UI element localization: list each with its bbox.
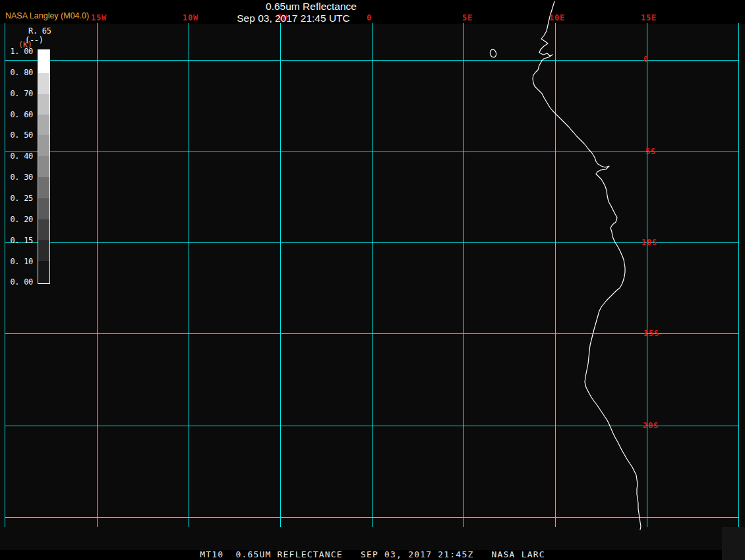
colorbar-segment (38, 135, 49, 156)
colorbar-tick-label: 0. 70 (0, 90, 33, 98)
colorbar-tick-label: 0. 00 (0, 278, 33, 286)
colorbar-tick-label: 0. 40 (0, 152, 33, 160)
colorbar-tick-label: 0. 20 (0, 215, 33, 223)
colorbar-tick-label: 0. 10 (0, 258, 33, 266)
colorbar-segment (38, 73, 49, 94)
colorbar-tick-label: 0. 60 (0, 111, 33, 119)
longitude-label: 0 (367, 14, 372, 22)
colorbar-tick-label: 0. 80 (0, 69, 33, 76)
colorbar-segment (38, 240, 49, 261)
colorbar-tick-label: 0. 15 (0, 237, 33, 244)
latitude-label: 20S (643, 422, 659, 430)
colorbar-segment (38, 156, 49, 177)
colorbar-tick-label: 0. 25 (0, 194, 33, 202)
colorbar-segment (38, 115, 49, 135)
colorbar-segment (38, 261, 49, 283)
longitude-label: 10E (549, 14, 565, 22)
colorbar-scale (38, 49, 50, 284)
brand-label: NASA Langley (M04.0) (5, 11, 89, 20)
satellite-image-viewer: 15W10W5W05E10E15E 05S10S15S20S NASA Lang… (0, 0, 745, 560)
status-bar: MT10 0.65UM REFLECTANCE SEP 03, 2017 21:… (0, 549, 745, 559)
colorbar-tick-label: 0. 50 (0, 131, 33, 139)
longitude-label: 15W (91, 14, 107, 22)
page-title: 0.65um Reflectance (266, 1, 357, 13)
map-overlay (0, 0, 745, 560)
island-outline (489, 49, 497, 58)
colorbar-tick-label: 1. 00 (0, 47, 33, 55)
colorbar-tick-label: 0. 30 (0, 173, 33, 181)
datetime-label: Sep 03, 2017 21:45 UTC (237, 13, 349, 24)
colorbar-product-label: R. 65 (28, 27, 51, 35)
colorbar-segment (38, 177, 49, 198)
longitude-label: 15E (641, 14, 657, 22)
colorbar-segment (38, 198, 49, 219)
latlon-grid (5, 23, 739, 527)
latitude-label: 0 (643, 56, 649, 63)
colorbar-segment (38, 94, 49, 115)
latitude-label: 10S (641, 239, 657, 246)
latitude-label: 15S (643, 330, 659, 337)
colorbar-segment (38, 50, 49, 73)
latitude-label: 5S (645, 148, 656, 155)
colorbar-segment (38, 219, 49, 240)
longitude-label: 5E (462, 14, 473, 22)
longitude-label: 10W (183, 14, 198, 22)
coastline-path (533, 1, 641, 530)
